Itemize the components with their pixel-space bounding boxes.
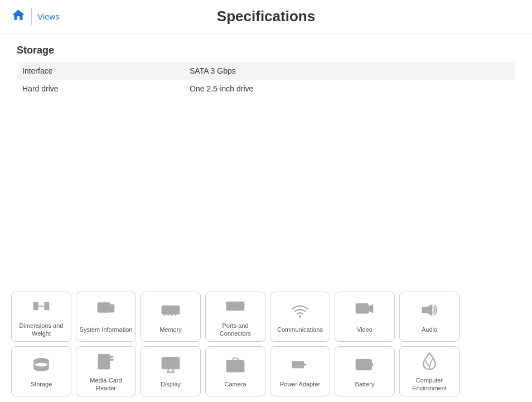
- display-icon: [161, 355, 181, 377]
- nav-item-label: Video: [357, 326, 373, 333]
- nav-item-battery[interactable]: Battery: [335, 346, 395, 396]
- svg-point-23: [299, 315, 302, 318]
- nav-item-dimensions-weight[interactable]: ↔ Dimensions and Weight: [11, 292, 71, 342]
- nav-item-memory[interactable]: Memory: [141, 292, 201, 342]
- video-icon: [355, 300, 375, 323]
- power-icon: [290, 355, 310, 377]
- svg-rect-24: [356, 304, 369, 313]
- main-content: Storage InterfaceSATA 3 GbpsHard driveOn…: [0, 33, 532, 109]
- nav-item-label: Memory: [159, 326, 182, 333]
- storage-icon: [31, 355, 51, 377]
- table-row: InterfaceSATA 3 Gbps: [17, 62, 515, 80]
- nav-item-label: Camera: [224, 381, 246, 388]
- wifi-icon: [290, 300, 310, 323]
- svg-rect-12: [168, 308, 171, 312]
- camera-icon: [225, 355, 245, 377]
- table-row: Hard driveOne 2.5-inch drive: [17, 80, 515, 98]
- views-link[interactable]: Views: [37, 12, 60, 21]
- battery-icon: [355, 355, 375, 377]
- svg-text:↔: ↔: [39, 304, 43, 309]
- svg-rect-7: [110, 305, 114, 312]
- nav-item-label: Storage: [31, 381, 52, 388]
- nav-item-label: Dimensions and Weight: [14, 322, 68, 337]
- environment-icon: [419, 351, 439, 374]
- dimensions-icon: ↔: [31, 296, 51, 319]
- nav-item-ports-connectors[interactable]: Ports and Connectors: [205, 292, 265, 342]
- svg-rect-56: [357, 361, 360, 369]
- nav-item-power-adapter[interactable]: Power Adapter: [270, 346, 330, 396]
- svg-rect-38: [109, 356, 113, 358]
- svg-rect-11: [165, 308, 167, 312]
- system-icon: [96, 300, 116, 323]
- memory-icon: [161, 300, 181, 323]
- nav-item-audio[interactable]: Audio: [399, 292, 460, 342]
- svg-rect-39: [109, 359, 113, 361]
- svg-rect-5: [101, 303, 107, 305]
- ports-icon: [225, 296, 245, 319]
- nav-item-label: Power Adapter: [280, 381, 320, 388]
- spec-label: Interface: [17, 62, 184, 80]
- svg-rect-0: [33, 302, 38, 310]
- svg-rect-1: [44, 302, 49, 310]
- nav-item-label: Ports and Connectors: [209, 322, 262, 337]
- spec-label: Hard drive: [17, 80, 184, 98]
- nav-item-computer-environment[interactable]: Computer Environment: [399, 346, 460, 396]
- svg-marker-30: [427, 304, 433, 316]
- home-icon[interactable]: [11, 8, 26, 26]
- storage-table: InterfaceSATA 3 GbpsHard driveOne 2.5-in…: [17, 62, 515, 98]
- nav-item-communications[interactable]: Communications: [270, 292, 330, 342]
- audio-icon: [419, 300, 439, 323]
- svg-rect-29: [422, 307, 427, 313]
- media-card-icon: [96, 351, 116, 374]
- header: Views Specifications: [0, 0, 532, 33]
- svg-rect-21: [234, 304, 238, 308]
- header-left: Views: [11, 8, 60, 26]
- svg-rect-6: [99, 305, 109, 311]
- svg-marker-26: [368, 304, 373, 313]
- svg-rect-50: [303, 364, 306, 366]
- nav-item-video[interactable]: Video: [335, 292, 395, 342]
- nav-item-label: Audio: [422, 326, 437, 333]
- svg-point-33: [34, 362, 48, 367]
- nav-item-display[interactable]: Display: [141, 346, 201, 396]
- nav-item-storage[interactable]: Storage: [11, 346, 71, 396]
- nav-item-camera[interactable]: Camera: [205, 346, 265, 396]
- svg-rect-20: [229, 304, 233, 308]
- nav-grid: ↔ Dimensions and Weight System Informati…: [11, 292, 521, 396]
- spec-value: SATA 3 Gbps: [184, 62, 515, 80]
- bottom-nav: ↔ Dimensions and Weight System Informati…: [0, 286, 532, 402]
- svg-rect-13: [172, 308, 174, 312]
- svg-rect-44: [163, 359, 177, 367]
- svg-point-48: [240, 362, 242, 364]
- svg-rect-34: [99, 355, 110, 369]
- nav-item-label: Display: [161, 381, 181, 388]
- svg-point-47: [234, 364, 237, 367]
- svg-rect-55: [371, 363, 374, 366]
- nav-item-system-information[interactable]: System Information: [76, 292, 136, 342]
- svg-rect-51: [306, 364, 308, 365]
- nav-item-label: Communications: [277, 326, 323, 333]
- svg-rect-22: [240, 304, 243, 308]
- storage-section-title: Storage: [17, 45, 515, 56]
- nav-item-media-card-reader[interactable]: Media-Card Reader: [76, 346, 136, 396]
- nav-item-label: Battery: [355, 381, 375, 388]
- nav-item-label: Computer Environment: [403, 377, 456, 391]
- spec-value: One 2.5-inch drive: [184, 80, 515, 98]
- vertical-divider: [31, 8, 32, 25]
- svg-rect-14: [175, 308, 177, 312]
- nav-item-label: Media-Card Reader: [79, 377, 133, 391]
- page-title: Specifications: [217, 8, 315, 25]
- nav-item-label: System Information: [80, 326, 133, 333]
